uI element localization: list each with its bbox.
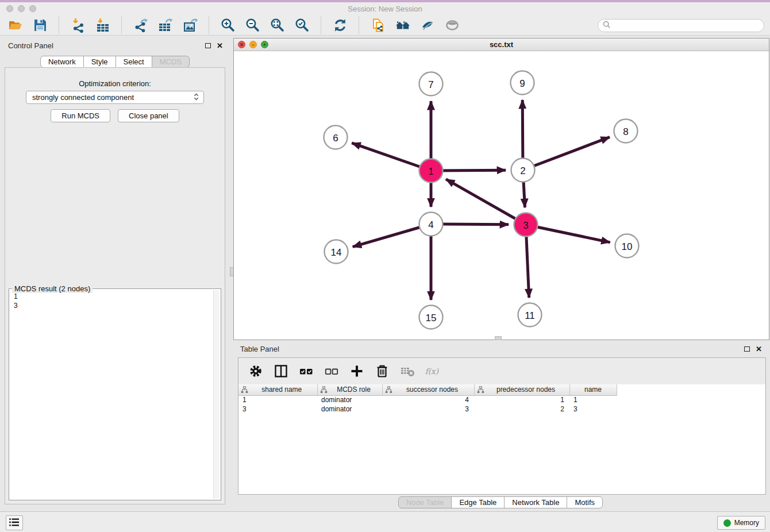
optimization-criterion-label: Optimization criterion: <box>5 79 225 88</box>
graph-node-7[interactable]: 7 <box>419 72 443 96</box>
column-type-icon <box>241 386 248 395</box>
graph-node-1[interactable]: 1 <box>419 159 443 183</box>
network-view-window: ✕ − + scc.txt 7968124314101511 <box>233 38 769 340</box>
settings-icon[interactable] <box>248 364 263 379</box>
zoom-selected-icon[interactable] <box>294 18 310 33</box>
graph-edge-1-6[interactable] <box>352 143 431 171</box>
float-panel-icon[interactable] <box>205 43 211 48</box>
close-panel-button[interactable]: Close panel <box>118 109 179 122</box>
graphics-details-icon[interactable] <box>419 18 435 33</box>
zoom-window-button[interactable] <box>29 5 36 12</box>
minimize-window-button[interactable] <box>18 5 25 12</box>
deselect-all-icon[interactable] <box>324 364 339 379</box>
table-cell[interactable]: dominator <box>317 404 382 414</box>
open-session-icon[interactable] <box>7 18 23 33</box>
graph-edge-3-10[interactable] <box>526 225 610 242</box>
memory-button[interactable]: Memory <box>717 516 765 530</box>
export-table-icon[interactable] <box>157 18 173 33</box>
graph-edge-3-1[interactable] <box>446 179 526 225</box>
search-box[interactable] <box>598 19 764 32</box>
table-cell[interactable]: 3 <box>238 404 317 414</box>
dropdown-value: strongly connected component <box>32 93 194 102</box>
column-label: shared name <box>261 385 302 394</box>
table-panel-tabs: Node TableEdge TableNetwork TableMotifs <box>231 496 770 508</box>
close-network-button[interactable]: ✕ <box>238 41 245 48</box>
graph-node-11[interactable]: 11 <box>518 303 542 327</box>
split-panel-icon[interactable] <box>273 364 288 379</box>
export-network-icon[interactable] <box>133 18 148 33</box>
column-header-successor-nodes[interactable]: successor nodes <box>382 384 474 395</box>
graph-node-15[interactable]: 15 <box>419 306 443 329</box>
table-cell[interactable]: dominator <box>317 395 382 404</box>
graph-node-14[interactable]: 14 <box>325 240 348 264</box>
zoom-fit-icon[interactable] <box>270 18 285 33</box>
search-input[interactable] <box>611 20 764 31</box>
import-table-icon[interactable] <box>95 18 110 33</box>
table-cell[interactable]: 4 <box>382 395 474 404</box>
table-tab-network-table[interactable]: Network Table <box>504 496 567 508</box>
graph-node-10[interactable]: 10 <box>615 234 639 258</box>
export-image-icon[interactable] <box>182 18 198 33</box>
function-builder-icon: f(x) <box>425 364 440 379</box>
table-cell[interactable]: 2 <box>474 404 569 414</box>
graph-node-6[interactable]: 6 <box>324 126 348 149</box>
dropdown-stepper-icon <box>194 92 199 103</box>
graph-node-label: 2 <box>520 165 525 176</box>
table-tab-node-table[interactable]: Node Table <box>398 496 452 508</box>
table-cell[interactable]: 1 <box>238 395 317 404</box>
graph-node-9[interactable]: 9 <box>511 71 534 95</box>
table-tab-edge-table[interactable]: Edge Table <box>451 496 505 508</box>
graph-edge-2-8[interactable] <box>523 137 610 170</box>
graph-node-3[interactable]: 3 <box>514 213 538 237</box>
tab-style[interactable]: Style <box>83 56 116 68</box>
maximize-network-button[interactable]: + <box>261 41 268 48</box>
delete-table-icon <box>399 364 415 379</box>
run-mcds-button[interactable]: Run MCDS <box>51 109 110 122</box>
close-panel-icon[interactable]: ✕ <box>217 43 223 49</box>
tab-select[interactable]: Select <box>116 56 152 68</box>
control-panel: Control Panel ✕ NetworkStyleSelectMCDS O… <box>0 36 230 511</box>
node-table-container: f(x) shared nameMCDS rolesuccessor nodes… <box>238 357 766 495</box>
table-cell[interactable]: 3 <box>382 404 474 414</box>
table-cell[interactable]: 3 <box>569 404 617 414</box>
column-header-mcds-role[interactable]: MCDS role <box>317 384 382 395</box>
clone-network-icon[interactable] <box>370 18 386 33</box>
optimization-criterion-select[interactable]: strongly connected component <box>26 91 204 104</box>
control-panel-title: Control Panel <box>8 41 53 50</box>
home-icon[interactable] <box>395 18 410 33</box>
column-header-shared-name[interactable]: shared name <box>238 384 317 395</box>
refresh-icon[interactable] <box>332 18 348 33</box>
column-header-name[interactable]: name <box>569 384 617 395</box>
zoom-in-icon[interactable] <box>220 18 236 33</box>
minimize-network-button[interactable]: − <box>249 41 257 48</box>
mcds-result-list[interactable]: 13 <box>11 291 211 498</box>
network-graph-canvas[interactable]: 7968124314101511 <box>234 51 769 340</box>
tab-network[interactable]: Network <box>40 56 84 68</box>
column-header-predecessor-nodes[interactable]: predecessor nodes <box>474 384 569 395</box>
graph-node-4[interactable]: 4 <box>419 213 443 236</box>
control-panel-tabs: NetworkStyleSelectMCDS <box>0 56 230 68</box>
close-table-panel-icon[interactable]: ✕ <box>756 346 762 353</box>
zoom-out-icon[interactable] <box>245 18 260 33</box>
graph-node-2[interactable]: 2 <box>511 159 535 182</box>
graph-node-8[interactable]: 8 <box>614 119 638 143</box>
result-scrollbar[interactable] <box>213 290 220 499</box>
toolbar-separator <box>59 17 59 34</box>
window-controls <box>6 5 36 12</box>
column-type-icon <box>385 386 392 395</box>
add-column-icon[interactable] <box>349 364 364 379</box>
table-tab-motifs[interactable]: Motifs <box>567 496 603 508</box>
table-cell[interactable]: 1 <box>474 395 569 404</box>
task-history-button[interactable] <box>6 515 23 530</box>
float-table-panel-icon[interactable] <box>744 346 750 352</box>
svg-text:f(x): f(x) <box>425 367 439 376</box>
save-session-icon[interactable] <box>32 18 48 33</box>
tab-mcds[interactable]: MCDS <box>152 56 190 68</box>
delete-column-icon[interactable] <box>374 364 390 379</box>
close-window-button[interactable] <box>6 5 13 12</box>
import-network-icon[interactable] <box>70 18 86 33</box>
horizontal-split-handle[interactable] <box>495 336 502 340</box>
table-cell[interactable]: 1 <box>569 395 617 404</box>
select-all-icon[interactable] <box>298 364 314 379</box>
graph-node-label: 6 <box>333 133 338 144</box>
